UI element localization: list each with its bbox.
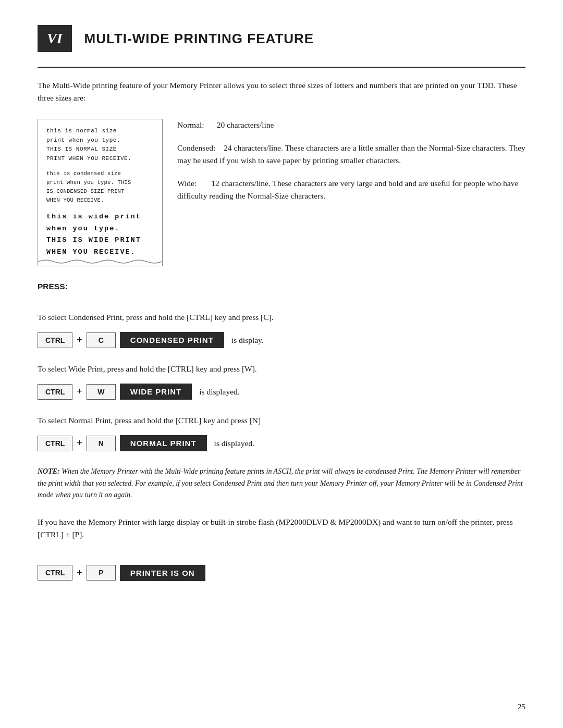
- ctrl-key-wide: CTRL: [38, 384, 72, 400]
- plus-normal: +: [77, 438, 82, 449]
- final-paragraph: If you have the Memory Printer with larg…: [38, 516, 525, 541]
- wide-label: Wide:: [177, 179, 197, 188]
- condensed-suffix: is display.: [231, 336, 264, 345]
- intro-text: The Multi-Wide printing feature of your …: [38, 79, 525, 104]
- wide-desc: Wide: 12 characters/line. These characte…: [177, 177, 525, 202]
- ctrl-key-condensed: CTRL: [38, 332, 72, 348]
- chapter-title: MULTI-WIDE PRINTING FEATURE: [84, 31, 314, 47]
- wide-print-sample: this is wide print when you type. THIS I…: [46, 211, 154, 259]
- ctrl-key-normal: CTRL: [38, 436, 72, 451]
- condensed-key-combo: CTRL + C CONDENSED PRINT is display.: [38, 332, 525, 348]
- press-label: PRESS:: [38, 282, 525, 291]
- ctrl-key-printer: CTRL: [38, 565, 72, 581]
- normal-desc: Normal: 20 characters/line: [177, 119, 525, 131]
- plus-condensed: +: [77, 335, 82, 346]
- c-key: C: [87, 332, 116, 348]
- note-block: NOTE: When the Memory Printer with the M…: [38, 466, 525, 501]
- printer-is-on-badge: PRINTER IS ON: [120, 565, 205, 581]
- plus-printer: +: [77, 567, 82, 578]
- wide-suffix: is displayed.: [199, 387, 240, 397]
- condensed-desc-text: 24 characters/line. These characters are…: [177, 143, 525, 165]
- print-descriptions: Normal: 20 characters/line Condensed: 24…: [163, 119, 525, 266]
- plus-wide: +: [77, 386, 82, 397]
- printer-key-combo: CTRL + P PRINTER IS ON: [38, 565, 525, 581]
- print-box: this is normal size print when you type.…: [38, 119, 163, 266]
- condensed-desc: Condensed: 24 characters/line. These cha…: [177, 142, 525, 167]
- chapter-badge: VI: [38, 25, 72, 52]
- wide-instruction: To select Wide Print, press and hold the…: [38, 363, 525, 375]
- condensed-instruction: To select Condensed Print, press and hol…: [38, 311, 525, 324]
- p-key: P: [87, 565, 116, 581]
- normal-label: Normal:: [177, 120, 204, 129]
- note-text: When the Memory Printer with the Multi-W…: [38, 467, 523, 499]
- n-key: N: [87, 436, 116, 451]
- normal-key-combo: CTRL + N NORMAL PRINT is displayed.: [38, 435, 525, 451]
- header-divider: [38, 67, 525, 68]
- wide-print-badge: WIDE PRINT: [120, 384, 192, 400]
- page-header: VI MULTI-WIDE PRINTING FEATURE: [38, 25, 525, 52]
- print-example-section: this is normal size print when you type.…: [38, 119, 525, 266]
- condensed-print-sample: this is condensed size print when you ty…: [46, 169, 154, 204]
- normal-desc-text: 20 characters/line: [217, 120, 274, 129]
- normal-instruction: To select Normal Print, press and hold t…: [38, 414, 525, 427]
- wide-key-combo: CTRL + W WIDE PRINT is displayed.: [38, 384, 525, 400]
- wave-decoration: [38, 257, 162, 266]
- normal-suffix: is displayed.: [214, 439, 255, 448]
- condensed-label: Condensed:: [177, 143, 215, 152]
- normal-print-sample: this is normal size print when you type.…: [46, 127, 154, 163]
- normal-print-badge: NORMAL PRINT: [120, 435, 207, 451]
- wide-desc-text: 12 characters/line. These characters are…: [177, 179, 518, 200]
- note-bold-label: NOTE:: [38, 467, 60, 475]
- condensed-print-badge: CONDENSED PRINT: [120, 332, 224, 348]
- w-key: W: [87, 384, 116, 400]
- page-number: 25: [518, 702, 525, 711]
